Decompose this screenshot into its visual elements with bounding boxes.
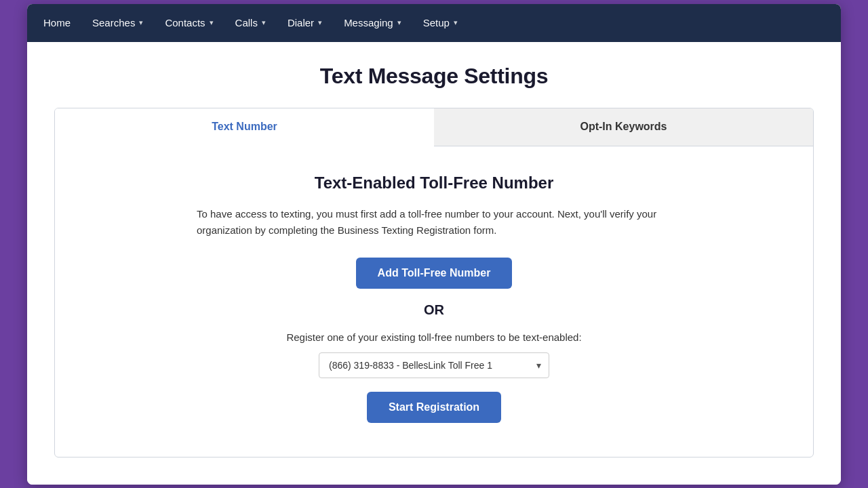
nav-label-home: Home [43,17,71,28]
nav-item-searches[interactable]: Searches ▾ [81,4,154,42]
section-title: Text-Enabled Toll-Free Number [96,174,772,192]
or-divider: OR [96,302,772,318]
nav-label-contacts: Contacts [165,17,205,28]
nav-item-setup[interactable]: Setup ▾ [412,4,469,42]
tab-opt-in-keywords[interactable]: Opt-In Keywords [434,108,813,146]
nav-item-contacts[interactable]: Contacts ▾ [154,4,224,42]
nav-item-calls[interactable]: Calls ▾ [224,4,277,42]
nav-item-dialer[interactable]: Dialer ▾ [277,4,333,42]
tab-text-number[interactable]: Text Number [55,108,434,146]
chevron-down-icon: ▾ [210,18,214,27]
chevron-down-icon: ▾ [397,18,401,27]
chevron-down-icon: ▾ [262,18,266,27]
settings-card: Text Number Opt-In Keywords Text-Enabled… [54,108,814,458]
description-text: To have access to texting, you must firs… [197,206,671,239]
main-content: Text Message Settings Text Number Opt-In… [27,42,841,485]
nav-label-calls: Calls [235,17,258,28]
toll-free-select-wrapper: (866) 319-8833 - BellesLink Toll Free 1 … [319,352,549,378]
register-label: Register one of your existing toll-free … [96,331,772,343]
tab-bar: Text Number Opt-In Keywords [55,108,813,146]
nav-label-setup: Setup [423,17,450,28]
toll-free-select[interactable]: (866) 319-8833 - BellesLink Toll Free 1 [319,352,549,378]
nav-label-dialer: Dialer [288,17,314,28]
nav-item-home[interactable]: Home [33,4,81,42]
nav-item-messaging[interactable]: Messaging ▾ [333,4,412,42]
chevron-down-icon: ▾ [454,18,458,27]
add-toll-free-number-button[interactable]: Add Toll-Free Number [356,258,513,289]
nav-label-searches: Searches [92,17,135,28]
page-title: Text Message Settings [54,64,814,89]
nav-label-messaging: Messaging [344,17,393,28]
nav-bar: Home Searches ▾ Contacts ▾ Calls ▾ Diale… [27,4,841,42]
start-registration-button[interactable]: Start Registration [367,392,501,423]
chevron-down-icon: ▾ [318,18,322,27]
chevron-down-icon: ▾ [139,18,143,27]
app-container: Home Searches ▾ Contacts ▾ Calls ▾ Diale… [27,4,841,485]
card-body: Text-Enabled Toll-Free Number To have ac… [55,146,813,457]
